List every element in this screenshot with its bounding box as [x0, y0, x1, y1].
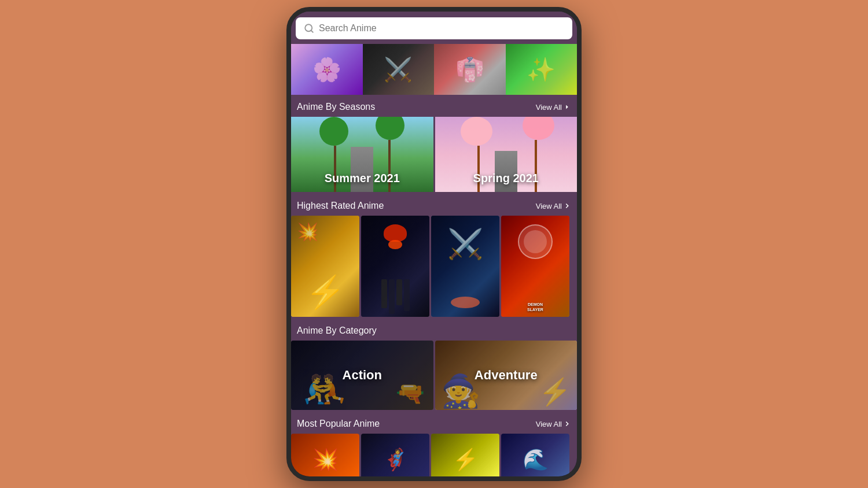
- seasons-title: Anime By Seasons: [297, 102, 375, 112]
- category-section-header: Anime By Category: [291, 319, 577, 341]
- category-card-action[interactable]: 🤼 🔫 Action: [291, 341, 433, 410]
- banner-item-2: ⚔️: [363, 44, 435, 95]
- chevron-right-icon: [563, 103, 571, 111]
- popular-card-4[interactable]: 🌊: [501, 434, 569, 476]
- chevron-right-icon-3: [563, 420, 571, 428]
- phone-frame: 🌸 ⚔️ 👘 ✨ Anime By Seasons View All: [286, 7, 582, 481]
- highest-rated-title: Highest Rated Anime: [297, 201, 384, 211]
- chevron-right-icon-2: [563, 202, 571, 210]
- anime-card-aot[interactable]: ⚡ 💥: [291, 216, 359, 317]
- top-banner: 🌸 ⚔️ 👘 ✨: [291, 44, 577, 95]
- banner-item-4: ✨: [506, 44, 578, 95]
- most-popular-row[interactable]: 💥 🦸 ⚡ 🌊: [291, 434, 577, 476]
- seasons-view-all[interactable]: View All: [536, 103, 571, 112]
- search-icon: [304, 23, 314, 34]
- most-popular-title: Most Popular Anime: [297, 419, 380, 429]
- category-title: Anime By Category: [297, 326, 377, 336]
- highest-rated-view-all[interactable]: View All: [536, 202, 571, 210]
- seasons-grid: Summer 2021 Spring 2021: [291, 117, 577, 194]
- category-label-adventure: Adventure: [435, 341, 578, 410]
- season-label-spring: Spring 2021: [435, 172, 578, 185]
- anime-card-kny2[interactable]: ⚔️: [431, 216, 499, 317]
- search-bar-container: [291, 12, 577, 44]
- search-bar[interactable]: [296, 17, 572, 39]
- seasons-section-header: Anime By Seasons View All: [291, 95, 577, 117]
- popular-card-2[interactable]: 🦸: [361, 434, 429, 476]
- season-card-spring[interactable]: Spring 2021: [435, 117, 578, 192]
- most-popular-section-header: Most Popular Anime View All: [291, 412, 577, 434]
- scroll-content: 🌸 ⚔️ 👘 ✨ Anime By Seasons View All: [291, 12, 577, 476]
- highest-rated-section-header: Highest Rated Anime View All: [291, 194, 577, 216]
- category-grid: 🤼 🔫 Action 🧙 ⚡ Adventure: [291, 341, 577, 412]
- svg-line-1: [311, 30, 312, 32]
- category-label-action: Action: [291, 341, 433, 410]
- banner-item-3: 👘: [434, 44, 506, 95]
- category-card-adventure[interactable]: 🧙 ⚡ Adventure: [435, 341, 578, 410]
- season-label-summer: Summer 2021: [291, 172, 433, 185]
- season-card-summer[interactable]: Summer 2021: [291, 117, 433, 192]
- search-input[interactable]: [319, 23, 564, 34]
- anime-card-ds[interactable]: DEMONSLAYER: [501, 216, 569, 317]
- popular-card-3[interactable]: ⚡: [431, 434, 499, 476]
- most-popular-view-all[interactable]: View All: [536, 420, 571, 428]
- highest-rated-row[interactable]: ⚡ 💥: [291, 216, 577, 319]
- anime-card-kny[interactable]: [361, 216, 429, 317]
- popular-card-1[interactable]: 💥: [291, 434, 359, 476]
- screen[interactable]: 🌸 ⚔️ 👘 ✨ Anime By Seasons View All: [291, 12, 577, 476]
- banner-item-1: 🌸: [291, 44, 363, 95]
